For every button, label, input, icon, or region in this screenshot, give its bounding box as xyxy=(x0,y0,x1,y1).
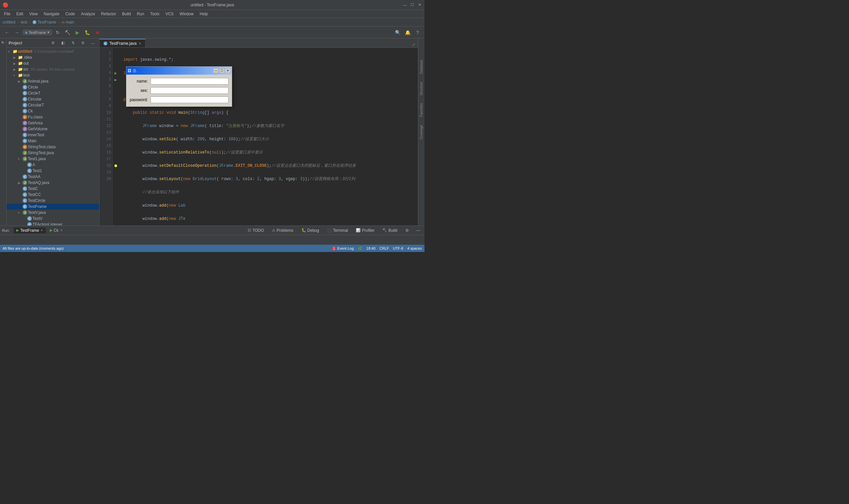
panel-sort-button[interactable]: ⇅ xyxy=(69,39,77,48)
tree-item-idea[interactable]: ▶ 📁 .idea xyxy=(7,54,99,60)
stop-button[interactable]: ■ xyxy=(93,28,102,37)
menu-edit[interactable]: Edit xyxy=(14,11,26,17)
help-button[interactable]: ? xyxy=(413,28,422,37)
tab-close-button[interactable]: ✕ xyxy=(60,229,63,232)
tree-item-main[interactable]: C Main xyxy=(7,138,99,144)
folder-icon: 📁 xyxy=(18,73,22,77)
tree-item-testv[interactable]: ▾ J TestV.java xyxy=(7,210,99,216)
tab-testframe[interactable]: C TestFrame.java ✕ xyxy=(100,39,146,48)
code-line-5: public static void main(String[] args) { xyxy=(122,109,418,116)
menu-vcs[interactable]: VCS xyxy=(163,11,177,17)
menu-file[interactable]: File xyxy=(1,11,13,17)
tree-item-tfactionlistener[interactable]: C TFActionListener xyxy=(7,221,99,226)
tree-item-circulart[interactable]: C CircularT xyxy=(7,102,99,108)
tree-item-getvolume[interactable]: I GetVolume xyxy=(7,126,99,132)
reload-button[interactable]: ↻ xyxy=(53,28,62,37)
password-input[interactable] xyxy=(150,96,229,103)
tree-item-testaq[interactable]: ▶ J TestAQ.java xyxy=(7,180,99,186)
back-button[interactable]: ← xyxy=(3,28,11,37)
profiler-button[interactable]: 📊 Profiler xyxy=(353,228,377,233)
name-input[interactable] xyxy=(150,78,229,85)
tree-item-untitled[interactable]: ▾ 📁 untitled C:\Users\spider-man\IdeaP xyxy=(7,49,99,54)
tree-item-ck[interactable]: C Ck xyxy=(7,108,99,114)
debug-button[interactable]: 🐛 Debug xyxy=(299,228,322,233)
notifications-button[interactable]: 🔔 xyxy=(403,28,412,37)
menu-window[interactable]: Window xyxy=(177,11,196,17)
terminal-button[interactable]: ⬛ Terminal xyxy=(324,228,350,233)
status-crlf[interactable]: CRLF xyxy=(379,246,389,250)
minimize-button[interactable]: — xyxy=(403,3,407,7)
tree-item-test1[interactable]: ▾ J Test1.java xyxy=(7,156,99,162)
project-panel-label[interactable]: P xyxy=(1,40,5,45)
breadcrumb-test[interactable]: test xyxy=(21,20,27,24)
todo-button[interactable]: ☑ TODO xyxy=(245,228,266,233)
menu-refactor[interactable]: Refactor xyxy=(98,11,119,17)
structure-panel-label[interactable]: Structure xyxy=(419,80,423,97)
dialog-minimize-button[interactable]: — xyxy=(213,68,219,73)
tree-item-a[interactable]: C A xyxy=(7,162,99,168)
event-log[interactable]: 1 Event Log xyxy=(332,246,354,250)
bottom-tab-ck[interactable]: ▶ Ck ✕ xyxy=(47,228,65,233)
tree-item-test1-class[interactable]: C Test1 xyxy=(7,168,99,174)
forward-button[interactable]: → xyxy=(13,28,21,37)
panel-options-button[interactable]: ⚙ xyxy=(78,39,87,48)
build-button[interactable]: 🔨 xyxy=(64,28,72,37)
tree-item-testcc[interactable]: C TestCC xyxy=(7,192,99,198)
bottom-minimize-button[interactable]: — xyxy=(414,226,422,235)
tree-item-testframe[interactable]: C TestFrame xyxy=(7,203,99,210)
problems-button[interactable]: ⚠ Problems xyxy=(269,228,296,233)
menu-help[interactable]: Help xyxy=(197,11,211,17)
status-columns[interactable]: 4 spaces xyxy=(407,246,422,250)
tree-item-src[interactable]: ▶ 📁 src 0% classes, 0% lines covered xyxy=(7,66,99,72)
tree-item-circle[interactable]: C Circle xyxy=(7,84,99,90)
run-button[interactable]: ▶ xyxy=(73,28,82,37)
sex-input[interactable] xyxy=(150,87,229,94)
run-gutter-icon[interactable]: ▶ xyxy=(114,78,117,82)
tab-close-button[interactable]: ✕ xyxy=(40,229,43,232)
debug-button[interactable]: 🐛 xyxy=(83,28,92,37)
bottom-settings-button[interactable]: ⚙ xyxy=(403,226,411,235)
tree-item-test[interactable]: ▾ 📁 test xyxy=(7,72,99,78)
tree-item-stringtest-java[interactable]: J StringTest.java xyxy=(7,150,99,156)
tree-item-animal[interactable]: ▶ J Animal.java xyxy=(7,78,99,84)
tab-close-button[interactable]: ✕ xyxy=(139,42,141,46)
maximize-button[interactable]: ☐ xyxy=(410,3,415,7)
panel-close-button[interactable]: — xyxy=(89,39,97,48)
tree-item-testv-class[interactable]: C TestV xyxy=(7,216,99,221)
status-charset[interactable]: UTF-8 xyxy=(393,246,403,250)
coverage-panel-label[interactable]: Coverage xyxy=(419,124,423,141)
panel-collapse-button[interactable]: ◧ xyxy=(59,39,67,48)
build-button[interactable]: 🔨 Build xyxy=(380,228,400,233)
tree-item-circlet[interactable]: C CircleT xyxy=(7,90,99,96)
menu-code[interactable]: Code xyxy=(63,11,78,17)
tree-item-out[interactable]: ▶ 📁 out xyxy=(7,60,99,66)
favorites-panel-label[interactable]: Favorites xyxy=(419,102,423,118)
run-gutter-icon[interactable]: ▶ xyxy=(114,71,117,75)
run-configuration[interactable]: ■ TestFrame ▾ xyxy=(22,30,52,35)
tree-item-stringtest-class[interactable]: c StringTest.class xyxy=(7,144,99,150)
menu-run[interactable]: Run xyxy=(134,11,147,17)
close-button[interactable]: ✕ xyxy=(417,3,422,7)
registration-dialog[interactable]: 🖼 注. — ☐ ✕ name: sex: password: xyxy=(126,66,232,107)
tree-item-getarea[interactable]: I GetArea xyxy=(7,120,99,126)
tree-item-testaa[interactable]: C TestAA xyxy=(7,174,99,180)
database-panel-label[interactable]: Database xyxy=(419,58,423,75)
menu-view[interactable]: View xyxy=(26,11,40,17)
dialog-close-button[interactable]: ✕ xyxy=(225,68,231,73)
menu-tools[interactable]: Tools xyxy=(148,11,162,17)
search-everywhere-button[interactable]: 🔍 xyxy=(393,28,402,37)
bottom-tab-testframe[interactable]: ▶ TestFrame ✕ xyxy=(14,228,46,233)
tree-item-testcircle[interactable]: C TestCircle xyxy=(7,198,99,203)
dialog-maximize-button[interactable]: ☐ xyxy=(219,68,224,73)
tree-item-fu[interactable]: c Fu.class xyxy=(7,114,99,120)
panel-settings-button[interactable]: ⚙ xyxy=(49,39,57,48)
menu-navigate[interactable]: Navigate xyxy=(41,11,62,17)
tree-item-testc[interactable]: C TestC xyxy=(7,186,99,192)
breadcrumb-untitled[interactable]: untitled xyxy=(3,20,16,24)
menu-analyze[interactable]: Analyze xyxy=(78,11,98,17)
menu-build[interactable]: Build xyxy=(120,11,134,17)
tree-item-circular[interactable]: C Circular xyxy=(7,96,99,102)
tree-item-innertest[interactable]: C InnerTest xyxy=(7,132,99,138)
breadcrumb-testframe[interactable]: TestFrame xyxy=(37,20,56,24)
breadcrumb-main[interactable]: main xyxy=(66,20,74,24)
